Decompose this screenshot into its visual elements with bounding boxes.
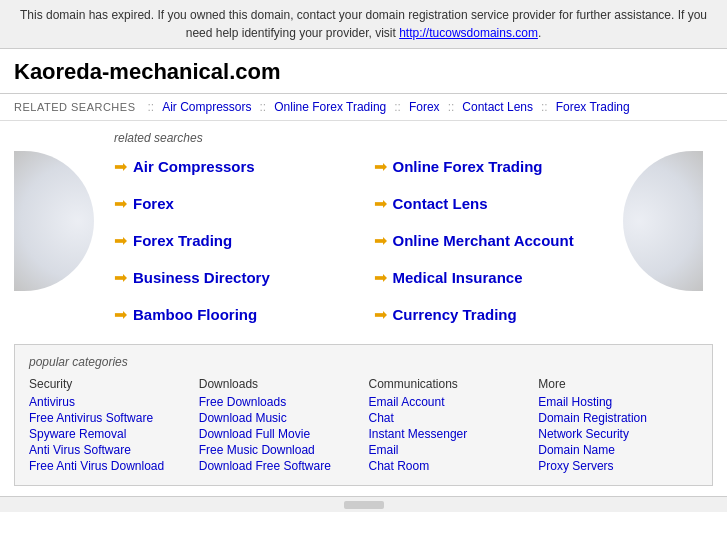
search-item-r4: ➡ Currency Trading [374, 305, 614, 324]
arrow-icon-r2: ➡ [374, 231, 387, 250]
search-grid: related searches ➡ Air Compressors ➡ For… [114, 131, 613, 324]
arrow-icon-r3: ➡ [374, 268, 387, 287]
bar-link-2[interactable]: Forex [409, 100, 440, 114]
pop-col-more-header: More [538, 377, 698, 391]
domain-title: Kaoreda-mechanical.com [0, 49, 727, 94]
search-link-r1[interactable]: Contact Lens [393, 195, 488, 212]
search-item-1: ➡ Forex [114, 194, 354, 213]
pop-col-comms-header: Communications [369, 377, 529, 391]
search-item-3: ➡ Business Directory [114, 268, 354, 287]
pop-col-more: More Email Hosting Domain Registration N… [538, 377, 698, 475]
pop-link-comm-1[interactable]: Chat [369, 411, 529, 425]
pop-link-sec-4[interactable]: Free Anti Virus Download [29, 459, 189, 473]
arrow-icon-3: ➡ [114, 268, 127, 287]
search-item-4: ➡ Bamboo Flooring [114, 305, 354, 324]
sep4: :: [448, 100, 455, 114]
search-left-col: ➡ Air Compressors ➡ Forex ➡ Forex Tradin… [114, 157, 354, 324]
left-decoration [14, 131, 104, 324]
arrow-icon-r4: ➡ [374, 305, 387, 324]
search-link-r0[interactable]: Online Forex Trading [393, 158, 543, 175]
search-link-1[interactable]: Forex [133, 195, 174, 212]
pop-link-sec-3[interactable]: Anti Virus Software [29, 443, 189, 457]
circle-left-shape [14, 151, 94, 291]
arrow-icon-2: ➡ [114, 231, 127, 250]
bar-link-3[interactable]: Contact Lens [462, 100, 533, 114]
related-bar: RELATED SEARCHES :: Air Compressors :: O… [0, 94, 727, 121]
circle-right-shape [623, 151, 703, 291]
related-bar-label: RELATED SEARCHES [14, 101, 136, 113]
search-link-0[interactable]: Air Compressors [133, 158, 255, 175]
arrow-icon-r0: ➡ [374, 157, 387, 176]
pop-link-dl-2[interactable]: Download Full Movie [199, 427, 359, 441]
pop-link-comm-3[interactable]: Email [369, 443, 529, 457]
arrow-icon-0: ➡ [114, 157, 127, 176]
pop-link-more-2[interactable]: Network Security [538, 427, 698, 441]
search-columns: ➡ Air Compressors ➡ Forex ➡ Forex Tradin… [114, 157, 613, 324]
pop-col-communications: Communications Email Account Chat Instan… [369, 377, 529, 475]
sep3: :: [394, 100, 401, 114]
search-item-r1: ➡ Contact Lens [374, 194, 614, 213]
pop-link-dl-4[interactable]: Download Free Software [199, 459, 359, 473]
bar-link-0[interactable]: Air Compressors [162, 100, 251, 114]
pop-col-security-header: Security [29, 377, 189, 391]
search-item-r0: ➡ Online Forex Trading [374, 157, 614, 176]
search-item-r2: ➡ Online Merchant Account [374, 231, 614, 250]
main-content: related searches ➡ Air Compressors ➡ For… [0, 121, 727, 334]
sep2: :: [260, 100, 267, 114]
pop-link-more-3[interactable]: Domain Name [538, 443, 698, 457]
bottom-scrollbar[interactable] [0, 496, 727, 512]
search-item-0: ➡ Air Compressors [114, 157, 354, 176]
pop-col-security: Security Antivirus Free Antivirus Softwa… [29, 377, 189, 475]
banner-period: . [538, 26, 541, 40]
search-section-label: related searches [114, 131, 613, 145]
sep1: :: [148, 100, 155, 114]
sep5: :: [541, 100, 548, 114]
search-link-r4[interactable]: Currency Trading [393, 306, 517, 323]
pop-link-sec-0[interactable]: Antivirus [29, 395, 189, 409]
tucows-link[interactable]: http://tucowsdomains.com [399, 26, 538, 40]
search-right-col: ➡ Online Forex Trading ➡ Contact Lens ➡ … [374, 157, 614, 324]
pop-link-comm-4[interactable]: Chat Room [369, 459, 529, 473]
bar-link-4[interactable]: Forex Trading [556, 100, 630, 114]
pop-link-sec-2[interactable]: Spyware Removal [29, 427, 189, 441]
pop-grid: Security Antivirus Free Antivirus Softwa… [29, 377, 698, 475]
popular-categories: popular categories Security Antivirus Fr… [14, 344, 713, 486]
banner-text: This domain has expired. If you owned th… [20, 8, 707, 40]
arrow-icon-1: ➡ [114, 194, 127, 213]
right-decoration [623, 131, 713, 324]
arrow-icon-r1: ➡ [374, 194, 387, 213]
pop-link-dl-1[interactable]: Download Music [199, 411, 359, 425]
search-item-2: ➡ Forex Trading [114, 231, 354, 250]
search-item-r3: ➡ Medical Insurance [374, 268, 614, 287]
pop-col-downloads-header: Downloads [199, 377, 359, 391]
search-link-4[interactable]: Bamboo Flooring [133, 306, 257, 323]
pop-link-comm-0[interactable]: Email Account [369, 395, 529, 409]
pop-link-more-4[interactable]: Proxy Servers [538, 459, 698, 473]
scroll-thumb-h [344, 501, 384, 509]
pop-col-downloads: Downloads Free Downloads Download Music … [199, 377, 359, 475]
pop-link-more-1[interactable]: Domain Registration [538, 411, 698, 425]
search-link-r3[interactable]: Medical Insurance [393, 269, 523, 286]
arrow-icon-4: ➡ [114, 305, 127, 324]
pop-link-comm-2[interactable]: Instant Messenger [369, 427, 529, 441]
pop-link-more-0[interactable]: Email Hosting [538, 395, 698, 409]
popular-label: popular categories [29, 355, 698, 369]
search-link-3[interactable]: Business Directory [133, 269, 270, 286]
pop-link-dl-3[interactable]: Free Music Download [199, 443, 359, 457]
pop-link-sec-1[interactable]: Free Antivirus Software [29, 411, 189, 425]
search-link-2[interactable]: Forex Trading [133, 232, 232, 249]
pop-link-dl-0[interactable]: Free Downloads [199, 395, 359, 409]
expiry-banner: This domain has expired. If you owned th… [0, 0, 727, 49]
bar-link-1[interactable]: Online Forex Trading [274, 100, 386, 114]
search-link-r2[interactable]: Online Merchant Account [393, 232, 574, 249]
